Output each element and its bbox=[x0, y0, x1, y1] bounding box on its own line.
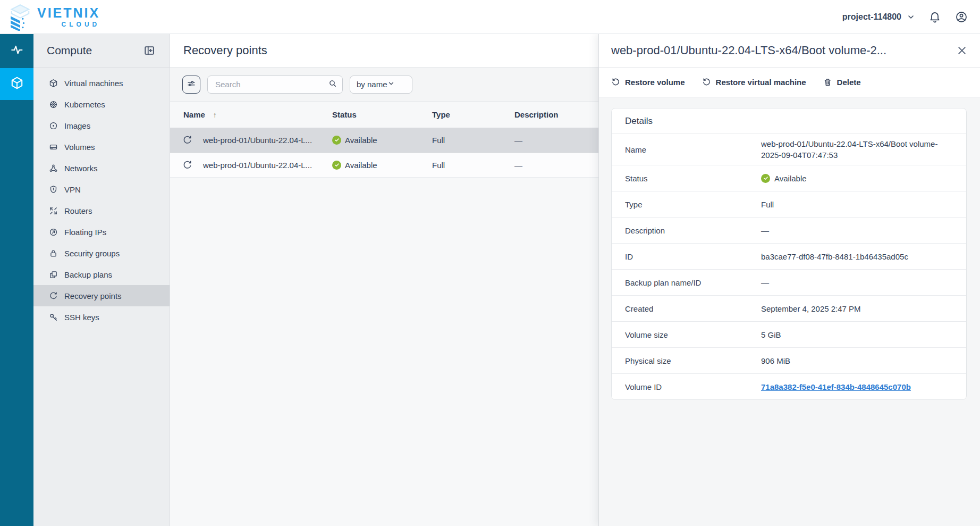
sidebar-item-routers[interactable]: Routers bbox=[33, 200, 170, 221]
detail-row-physical-size: Physical size906 MiB bbox=[612, 347, 966, 373]
sort-by-select[interactable]: by name bbox=[350, 76, 412, 94]
recovery-point-icon bbox=[182, 160, 192, 170]
sort-by-value: by name bbox=[357, 80, 387, 89]
detail-row-status: StatusAvailable bbox=[612, 165, 966, 191]
row-type: Full bbox=[432, 136, 445, 145]
sidebar-item-label: Security groups bbox=[64, 249, 120, 258]
detail-value: web-prod-01/Ubuntu-22.04-LTS-x64/Boot vo… bbox=[761, 138, 942, 161]
detail-label: Name bbox=[625, 145, 761, 154]
detail-row-volume-size: Volume size5 GiB bbox=[612, 321, 966, 347]
panel-action-bar: Restore volumeRestore virtual machineDel… bbox=[599, 68, 980, 97]
detail-value: 906 MiB bbox=[761, 355, 942, 366]
recovery-points-page: Recovery points by name Name ↑ bbox=[170, 34, 598, 526]
action-label: Restore volume bbox=[625, 78, 685, 87]
status-available-icon bbox=[332, 136, 341, 145]
column-header-type[interactable]: Type bbox=[432, 110, 450, 119]
restore-volume-button[interactable]: Restore volume bbox=[611, 78, 685, 87]
column-header-description[interactable]: Description bbox=[514, 110, 559, 119]
row-description: — bbox=[514, 161, 522, 170]
details-card-title: Details bbox=[612, 108, 966, 133]
account-icon[interactable] bbox=[954, 10, 968, 24]
trash-icon bbox=[823, 78, 832, 87]
sidebar-item-security-groups[interactable]: Security groups bbox=[33, 243, 170, 264]
detail-row-name: Nameweb-prod-01/Ubuntu-22.04-LTS-x64/Boo… bbox=[612, 133, 966, 165]
volume-id-link[interactable]: 71a8a382-f5e0-41ef-834b-4848645c070b bbox=[761, 382, 911, 391]
column-header-name[interactable]: Name bbox=[183, 110, 205, 119]
rail-item-monitoring[interactable] bbox=[0, 34, 33, 68]
sidebar-item-networks[interactable]: Networks bbox=[33, 157, 170, 179]
drive-icon bbox=[49, 143, 58, 152]
sidebar-item-volumes[interactable]: Volumes bbox=[33, 136, 170, 157]
detail-label: Status bbox=[625, 174, 761, 183]
status-available-icon bbox=[761, 174, 770, 183]
row-status: Available bbox=[345, 136, 377, 145]
detail-label: Volume ID bbox=[625, 382, 761, 391]
detail-value: — bbox=[761, 225, 942, 236]
sidebar-item-ssh-keys[interactable]: SSH keys bbox=[33, 306, 170, 328]
close-icon[interactable] bbox=[954, 43, 969, 58]
sidebar-item-vpn[interactable]: VPN bbox=[33, 179, 170, 200]
detail-row-description: Description— bbox=[612, 217, 966, 243]
chevron-down-icon bbox=[387, 80, 395, 89]
sidebar-item-label: Kubernetes bbox=[64, 100, 105, 109]
sidebar-item-label: Networks bbox=[64, 164, 98, 173]
sidebar-item-label: Recovery points bbox=[64, 291, 122, 300]
status-available-icon bbox=[332, 161, 341, 170]
row-description: — bbox=[514, 136, 522, 145]
disc-icon bbox=[49, 121, 58, 130]
detail-label: Type bbox=[625, 200, 761, 209]
detail-value: Full bbox=[761, 199, 942, 210]
detail-label: Created bbox=[625, 304, 761, 313]
sidebar-item-floating-ips[interactable]: Floating IPs bbox=[33, 221, 170, 243]
sidebar-item-images[interactable]: Images bbox=[33, 115, 170, 136]
detail-value: Available bbox=[774, 173, 807, 184]
detail-value: September 4, 2025 2:47 PM bbox=[761, 303, 942, 314]
row-type: Full bbox=[432, 161, 445, 170]
lock-icon bbox=[49, 249, 58, 258]
helm-icon bbox=[49, 100, 58, 109]
row-status: Available bbox=[345, 161, 377, 170]
sort-ascending-icon[interactable]: ↑ bbox=[213, 111, 217, 119]
table-row[interactable]: web-prod-01/Ubuntu-22.04-L...AvailableFu… bbox=[170, 128, 598, 153]
detail-label: Physical size bbox=[625, 356, 761, 365]
table-row[interactable]: web-prod-01/Ubuntu-22.04-L...AvailableFu… bbox=[170, 153, 598, 178]
row-name: web-prod-01/Ubuntu-22.04-L... bbox=[203, 136, 312, 145]
filter-button[interactable] bbox=[182, 76, 200, 94]
vietnix-logo: VIETNIX CLOUD bbox=[0, 3, 100, 31]
restore-icon bbox=[702, 78, 711, 87]
recovery-icon bbox=[49, 291, 58, 300]
top-header: VIETNIX CLOUD project-114800 bbox=[0, 0, 980, 34]
recovery-point-icon bbox=[182, 135, 192, 145]
search-input[interactable] bbox=[214, 79, 328, 89]
app-rail bbox=[0, 34, 33, 526]
delete-button[interactable]: Delete bbox=[823, 78, 861, 87]
sidebar-title: Compute bbox=[47, 44, 92, 57]
restore-virtual-machine-button[interactable]: Restore virtual machine bbox=[702, 78, 806, 87]
page-title: Recovery points bbox=[183, 44, 267, 57]
key-icon bbox=[49, 313, 58, 322]
detail-row-created: CreatedSeptember 4, 2025 2:47 PM bbox=[612, 295, 966, 321]
column-header-status[interactable]: Status bbox=[332, 110, 357, 119]
sidebar-item-recovery-points[interactable]: Recovery points bbox=[33, 285, 170, 306]
restore-icon bbox=[611, 78, 620, 87]
rail-item-compute[interactable] bbox=[0, 68, 33, 100]
project-selector[interactable]: project-114800 bbox=[842, 12, 915, 22]
sidebar-item-label: VPN bbox=[64, 185, 81, 194]
project-name: project-114800 bbox=[842, 12, 901, 22]
sidebar-item-kubernetes[interactable]: Kubernetes bbox=[33, 94, 170, 115]
collapse-sidebar-icon[interactable] bbox=[143, 45, 155, 56]
detail-label: ID bbox=[625, 252, 761, 261]
cube-icon bbox=[10, 76, 24, 92]
compute-sidebar: Compute Virtual machinesKubernetesImages… bbox=[33, 34, 170, 526]
floating-ip-icon bbox=[49, 228, 58, 237]
sidebar-menu: Virtual machinesKubernetesImagesVolumesN… bbox=[33, 68, 170, 328]
panel-title: web-prod-01/Ubuntu-22.04-LTS-x64/Boot vo… bbox=[611, 44, 886, 57]
sidebar-item-virtual-machines[interactable]: Virtual machines bbox=[33, 72, 170, 94]
list-toolbar: by name bbox=[170, 68, 598, 102]
detail-value: — bbox=[761, 277, 942, 288]
notifications-bell-icon[interactable] bbox=[928, 10, 942, 24]
sidebar-item-label: Images bbox=[64, 121, 90, 130]
copy-icon bbox=[49, 270, 58, 279]
logo-layers-icon bbox=[6, 3, 34, 31]
sidebar-item-backup-plans[interactable]: Backup plans bbox=[33, 264, 170, 285]
